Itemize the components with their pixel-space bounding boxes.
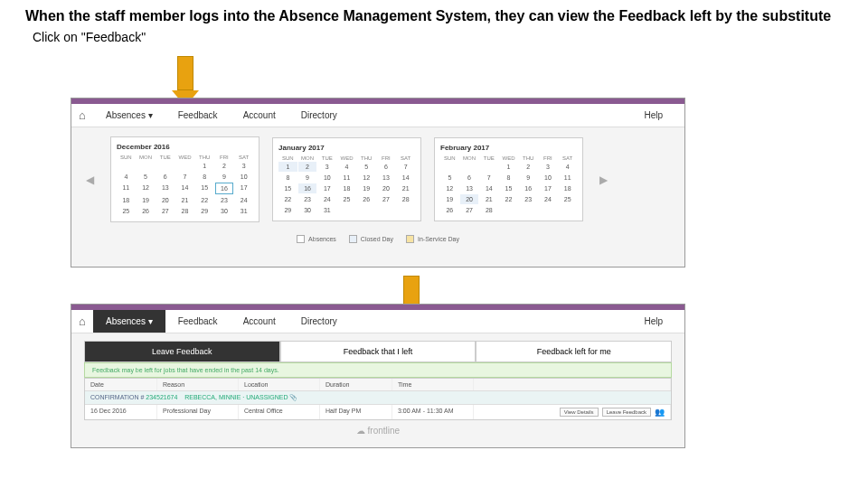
- calendar-cell[interactable]: 4: [337, 162, 356, 172]
- calendar-cell[interactable]: 8: [195, 172, 214, 182]
- calendar-cell[interactable]: 21: [479, 194, 498, 204]
- calendar-cell[interactable]: 18: [337, 183, 356, 193]
- calendar-cell[interactable]: 1: [278, 162, 297, 172]
- calendar-cell[interactable]: 7: [479, 173, 498, 183]
- leave-feedback-button[interactable]: Leave Feedback: [602, 408, 651, 417]
- calendar-prev-icon[interactable]: ◀: [82, 174, 98, 186]
- calendar-cell[interactable]: 10: [317, 173, 336, 183]
- calendar-cell[interactable]: 26: [137, 206, 156, 216]
- calendar-cell[interactable]: 9: [215, 172, 234, 182]
- calendar-cell[interactable]: 19: [440, 194, 459, 204]
- calendar-cell[interactable]: 31: [317, 205, 336, 215]
- calendar-cell[interactable]: 6: [377, 162, 396, 172]
- calendar-cell[interactable]: 26: [357, 194, 376, 204]
- calendar-cell[interactable]: 20: [460, 194, 479, 204]
- calendar-cell[interactable]: 2: [519, 162, 538, 172]
- calendar-cell[interactable]: 18: [558, 183, 577, 193]
- calendar-cell[interactable]: 11: [558, 173, 577, 183]
- calendar-cell[interactable]: 13: [460, 183, 479, 193]
- calendar-cell[interactable]: [117, 161, 136, 171]
- nav-account[interactable]: Account: [231, 104, 288, 127]
- calendar-cell[interactable]: 1: [499, 162, 518, 172]
- calendar-cell[interactable]: 22: [195, 195, 214, 205]
- calendar-cell[interactable]: [337, 205, 356, 215]
- calendar-cell[interactable]: 6: [460, 173, 479, 183]
- calendar-cell[interactable]: 16: [519, 183, 538, 193]
- calendar-cell[interactable]: 23: [519, 194, 538, 204]
- calendar-cell[interactable]: [175, 161, 194, 171]
- home-icon[interactable]: ⌂: [71, 105, 93, 127]
- calendar-cell[interactable]: 23: [298, 194, 317, 204]
- tab-feedback-for-me[interactable]: Feedback left for me: [476, 341, 672, 361]
- calendar-cell[interactable]: 13: [156, 183, 175, 194]
- calendar-cell[interactable]: [519, 205, 538, 215]
- calendar-cell[interactable]: [156, 161, 175, 171]
- calendar-cell[interactable]: 22: [278, 194, 297, 204]
- calendar-cell[interactable]: 24: [317, 194, 336, 204]
- calendar-cell[interactable]: 9: [519, 173, 538, 183]
- calendar-cell[interactable]: 28: [396, 194, 415, 204]
- nav-feedback[interactable]: Feedback: [165, 104, 231, 127]
- calendar-cell[interactable]: 4: [558, 162, 577, 172]
- calendar-cell[interactable]: 8: [499, 173, 518, 183]
- tab-feedback-i-left[interactable]: Feedback that I left: [280, 341, 476, 361]
- calendar-cell[interactable]: 5: [137, 172, 156, 182]
- calendar-cell[interactable]: 10: [539, 173, 558, 183]
- calendar-cell[interactable]: 16: [298, 183, 317, 193]
- calendar-cell[interactable]: 27: [156, 206, 175, 216]
- calendar-cell[interactable]: 12: [357, 173, 376, 183]
- calendar-cell[interactable]: 3: [539, 162, 558, 172]
- calendar-cell[interactable]: [137, 161, 156, 171]
- calendar-cell[interactable]: [377, 205, 396, 215]
- calendar-cell[interactable]: 30: [215, 206, 234, 216]
- calendar-cell[interactable]: 29: [195, 206, 214, 216]
- calendar-cell[interactable]: 14: [479, 183, 498, 193]
- calendar-cell[interactable]: 14: [396, 173, 415, 183]
- calendar-cell[interactable]: 17: [539, 183, 558, 193]
- nav-help[interactable]: Help: [631, 310, 684, 333]
- calendar-cell[interactable]: 7: [396, 162, 415, 172]
- calendar-next-icon[interactable]: ▶: [596, 174, 611, 186]
- calendar-cell[interactable]: [460, 162, 479, 172]
- calendar-cell[interactable]: 27: [377, 194, 396, 204]
- calendar-cell[interactable]: 15: [499, 183, 518, 193]
- confirmation-link[interactable]: 234521674: [146, 394, 177, 400]
- nav-absences[interactable]: Absences ▾: [93, 104, 165, 127]
- calendar-cell[interactable]: [440, 162, 459, 172]
- calendar-cell[interactable]: 25: [558, 194, 577, 204]
- calendar-cell[interactable]: [499, 205, 518, 215]
- calendar-cell[interactable]: 17: [317, 183, 336, 193]
- calendar-cell[interactable]: 18: [117, 195, 136, 205]
- calendar-cell[interactable]: 30: [298, 205, 317, 215]
- calendar-cell[interactable]: 27: [460, 205, 479, 215]
- calendar-cell[interactable]: 12: [137, 183, 156, 194]
- calendar-cell[interactable]: 17: [234, 183, 253, 194]
- nav-feedback[interactable]: Feedback: [165, 310, 231, 333]
- nav-absences[interactable]: Absences ▾: [93, 310, 165, 333]
- calendar-cell[interactable]: 6: [156, 172, 175, 182]
- calendar-cell[interactable]: 25: [117, 206, 136, 216]
- calendar-cell[interactable]: 4: [117, 172, 136, 182]
- calendar-cell[interactable]: 19: [137, 195, 156, 205]
- calendar-cell[interactable]: 13: [377, 173, 396, 183]
- calendar-cell[interactable]: 12: [440, 183, 459, 193]
- calendar-cell[interactable]: 23: [215, 195, 234, 205]
- calendar-cell[interactable]: 22: [499, 194, 518, 204]
- calendar-cell[interactable]: 9: [298, 173, 317, 183]
- calendar-cell[interactable]: [357, 205, 376, 215]
- calendar-cell[interactable]: 15: [278, 183, 297, 193]
- calendar-cell[interactable]: 20: [156, 195, 175, 205]
- calendar-cell[interactable]: 24: [234, 195, 253, 205]
- calendar-cell[interactable]: 15: [195, 183, 214, 194]
- calendar-cell[interactable]: 29: [278, 205, 297, 215]
- calendar-cell[interactable]: 10: [234, 172, 253, 182]
- confirmation-name[interactable]: REBECCA, MINNIE · UNASSIGNED: [184, 394, 288, 400]
- calendar-cell[interactable]: 3: [317, 162, 336, 172]
- calendar-cell[interactable]: 25: [337, 194, 356, 204]
- calendar-cell[interactable]: 16: [215, 183, 234, 194]
- calendar-cell[interactable]: 26: [440, 205, 459, 215]
- calendar-cell[interactable]: 1: [195, 161, 214, 171]
- calendar-cell[interactable]: 3: [234, 161, 253, 171]
- calendar-cell[interactable]: [479, 162, 498, 172]
- calendar-cell[interactable]: 8: [278, 173, 297, 183]
